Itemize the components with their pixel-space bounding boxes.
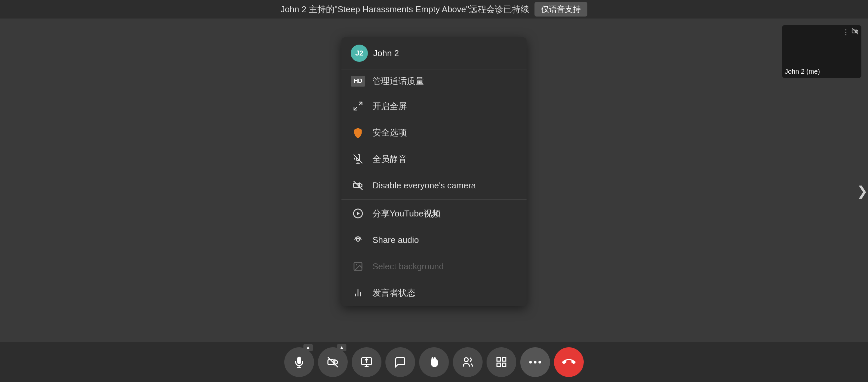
select-bg-icon: [351, 259, 365, 274]
svg-line-0: [852, 28, 858, 34]
mute-all-label: 全员静音: [373, 153, 407, 165]
menu-item-security[interactable]: 安全选项: [341, 119, 527, 146]
menu-item-share-audio[interactable]: Share audio: [341, 227, 527, 253]
menu-user-header: J2 John 2: [341, 37, 527, 69]
menu-item-youtube[interactable]: 分享YouTube视频: [341, 200, 527, 227]
manage-quality-label: 管理通话质量: [373, 75, 424, 87]
chat-button-wrap: [385, 347, 415, 377]
menu-item-select-bg[interactable]: Select background: [341, 253, 527, 280]
dropdown-menu: J2 John 2 HD 管理通话质量 开启全屏: [341, 37, 527, 306]
svg-rect-29: [502, 363, 506, 367]
more-options-icon[interactable]: ⋮: [842, 28, 849, 37]
hand-button[interactable]: [419, 347, 449, 377]
fullscreen-icon: [351, 99, 365, 113]
share-audio-label: Share audio: [373, 235, 419, 245]
mute-all-icon: [351, 152, 365, 166]
menu-divider-1: [341, 199, 527, 200]
end-call-button-wrap: [554, 347, 584, 377]
menu-item-fullscreen[interactable]: 开启全屏: [341, 93, 527, 119]
grid-button[interactable]: [487, 347, 516, 377]
grid-button-wrap: [487, 347, 516, 377]
camera-button[interactable]: [318, 347, 348, 377]
screenshare-button-wrap: [352, 347, 381, 377]
svg-line-19: [328, 357, 338, 367]
menu-item-manage-quality[interactable]: HD 管理通话质量: [341, 69, 527, 93]
self-video-tile: ⋮ John 2 (me): [782, 25, 861, 78]
menu-item-speaker-status[interactable]: 发言者状态: [341, 280, 527, 306]
user-name-label: John 2: [373, 48, 399, 59]
hd-icon: HD: [351, 76, 365, 87]
svg-point-13: [356, 264, 357, 265]
security-label: 安全选项: [373, 127, 407, 138]
fullscreen-label: 开启全屏: [373, 100, 407, 112]
meeting-title: John 2 主持的"Steep Harassments Empty Above…: [281, 4, 529, 15]
participants-button[interactable]: [453, 347, 483, 377]
chat-button[interactable]: [385, 347, 415, 377]
participants-button-wrap: [453, 347, 483, 377]
top-bar: John 2 主持的"Steep Harassments Empty Above…: [0, 0, 868, 19]
hand-button-wrap: [419, 347, 449, 377]
end-call-button[interactable]: [554, 347, 584, 377]
more-button-wrap: [520, 347, 550, 377]
svg-point-32: [538, 361, 541, 363]
more-button[interactable]: [520, 347, 550, 377]
share-audio-icon: [351, 233, 365, 247]
svg-rect-26: [497, 358, 501, 361]
speaker-status-label: 发言者状态: [373, 287, 415, 299]
user-avatar: J2: [351, 44, 368, 62]
right-scroll-arrow[interactable]: ❯: [857, 183, 868, 199]
svg-point-11: [356, 238, 359, 241]
camera-arrow[interactable]: ▲: [337, 344, 346, 351]
youtube-label: 分享YouTube视频: [373, 208, 441, 219]
shield-icon: [351, 125, 365, 140]
speaker-status-icon: [351, 286, 365, 300]
svg-rect-27: [502, 358, 506, 361]
audio-support-button[interactable]: 仅语音支持: [534, 2, 587, 17]
svg-point-30: [529, 361, 532, 363]
self-video-label: John 2 (me): [785, 68, 820, 75]
screenshare-button[interactable]: [352, 347, 381, 377]
svg-point-31: [534, 361, 536, 363]
mic-button-wrap: ▲: [284, 347, 314, 377]
menu-item-mute-all[interactable]: 全员静音: [341, 146, 527, 172]
disable-camera-label: Disable everyone's camera: [373, 181, 476, 191]
svg-line-7: [354, 181, 363, 190]
svg-marker-10: [357, 212, 360, 216]
mic-arrow[interactable]: ▲: [304, 344, 313, 351]
bottom-toolbar: ▲ ▲: [0, 342, 868, 382]
camera-off-icon: [851, 28, 859, 37]
svg-point-25: [464, 358, 468, 362]
camera-button-wrap: ▲: [318, 347, 348, 377]
svg-rect-28: [497, 363, 501, 367]
select-bg-label: Select background: [373, 261, 443, 272]
disable-camera-icon: [351, 178, 365, 193]
svg-line-2: [359, 102, 362, 105]
menu-item-disable-camera[interactable]: Disable everyone's camera: [341, 172, 527, 199]
youtube-icon: [351, 206, 365, 221]
main-area: ⋮ John 2 (me) J2 John 2 HD 管理通话质量: [0, 19, 868, 342]
svg-line-3: [354, 107, 357, 110]
mic-button[interactable]: [284, 347, 314, 377]
